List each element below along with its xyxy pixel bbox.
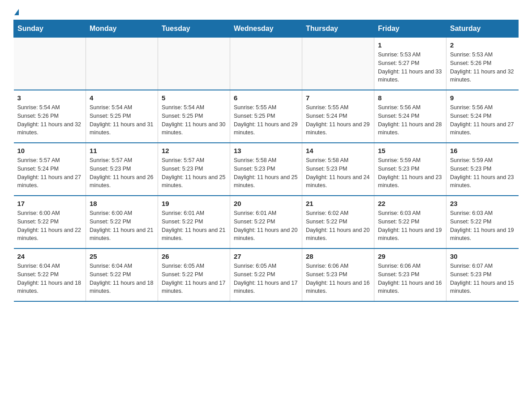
- day-info: Sunrise: 6:04 AM Sunset: 5:22 PM Dayligh…: [17, 262, 82, 295]
- day-info: Sunrise: 5:58 AM Sunset: 5:23 PM Dayligh…: [234, 156, 298, 190]
- day-number: 6: [234, 94, 298, 102]
- day-info: Sunrise: 6:00 AM Sunset: 5:22 PM Dayligh…: [90, 209, 154, 243]
- calendar-cell: 24Sunrise: 6:04 AM Sunset: 5:22 PM Dayli…: [14, 248, 86, 301]
- day-info: Sunrise: 6:03 AM Sunset: 5:22 PM Dayligh…: [450, 209, 515, 243]
- day-number: 28: [306, 253, 370, 260]
- day-info: Sunrise: 5:54 AM Sunset: 5:26 PM Dayligh…: [17, 103, 82, 137]
- calendar-cell: [302, 38, 374, 90]
- calendar-cell: 18Sunrise: 6:00 AM Sunset: 5:22 PM Dayli…: [86, 196, 158, 248]
- day-number: 20: [234, 200, 298, 207]
- day-info: Sunrise: 6:03 AM Sunset: 5:22 PM Dayligh…: [378, 209, 442, 243]
- day-info: Sunrise: 5:57 AM Sunset: 5:24 PM Dayligh…: [17, 156, 82, 190]
- day-number: 27: [234, 253, 298, 260]
- day-info: Sunrise: 6:05 AM Sunset: 5:22 PM Dayligh…: [234, 262, 298, 295]
- day-number: 12: [162, 147, 226, 154]
- day-info: Sunrise: 5:56 AM Sunset: 5:24 PM Dayligh…: [450, 103, 515, 137]
- day-number: 24: [17, 253, 82, 260]
- day-number: 4: [90, 94, 154, 102]
- day-info: Sunrise: 5:54 AM Sunset: 5:25 PM Dayligh…: [162, 103, 226, 137]
- calendar-cell: 19Sunrise: 6:01 AM Sunset: 5:22 PM Dayli…: [158, 196, 230, 248]
- calendar-body: 1Sunrise: 5:53 AM Sunset: 5:27 PM Daylig…: [14, 38, 519, 302]
- day-number: 9: [450, 94, 515, 102]
- day-number: 23: [450, 200, 515, 207]
- day-number: 26: [162, 253, 226, 260]
- day-info: Sunrise: 5:55 AM Sunset: 5:25 PM Dayligh…: [234, 103, 298, 137]
- day-number: 21: [306, 200, 370, 207]
- calendar-cell: 22Sunrise: 6:03 AM Sunset: 5:22 PM Dayli…: [374, 196, 446, 248]
- day-info: Sunrise: 6:00 AM Sunset: 5:22 PM Dayligh…: [17, 209, 82, 243]
- calendar-cell: [158, 38, 230, 90]
- day-number: 18: [90, 200, 154, 207]
- day-number: 15: [378, 147, 442, 154]
- day-number: 19: [162, 200, 226, 207]
- calendar-cell: 30Sunrise: 6:07 AM Sunset: 5:23 PM Dayli…: [446, 248, 519, 301]
- calendar-cell: 9Sunrise: 5:56 AM Sunset: 5:24 PM Daylig…: [446, 90, 519, 143]
- day-info: Sunrise: 5:59 AM Sunset: 5:23 PM Dayligh…: [450, 156, 515, 190]
- day-info: Sunrise: 5:53 AM Sunset: 5:27 PM Dayligh…: [378, 51, 442, 84]
- calendar-week-row: 1Sunrise: 5:53 AM Sunset: 5:27 PM Daylig…: [14, 38, 519, 90]
- day-info: Sunrise: 5:56 AM Sunset: 5:24 PM Dayligh…: [378, 103, 442, 137]
- calendar-cell: 3Sunrise: 5:54 AM Sunset: 5:26 PM Daylig…: [14, 90, 86, 143]
- day-number: 10: [17, 147, 82, 154]
- calendar-cell: 21Sunrise: 6:02 AM Sunset: 5:22 PM Dayli…: [302, 196, 374, 248]
- weekday-header-friday: Friday: [374, 20, 446, 38]
- day-number: 22: [378, 200, 442, 207]
- calendar-cell: 8Sunrise: 5:56 AM Sunset: 5:24 PM Daylig…: [374, 90, 446, 143]
- calendar-cell: 16Sunrise: 5:59 AM Sunset: 5:23 PM Dayli…: [446, 143, 519, 196]
- calendar-cell: 14Sunrise: 5:58 AM Sunset: 5:23 PM Dayli…: [302, 143, 374, 196]
- day-info: Sunrise: 5:57 AM Sunset: 5:23 PM Dayligh…: [90, 156, 154, 190]
- logo-triangle-icon: [14, 9, 19, 15]
- calendar-cell: 15Sunrise: 5:59 AM Sunset: 5:23 PM Dayli…: [374, 143, 446, 196]
- day-number: 3: [17, 94, 82, 102]
- calendar-cell: 7Sunrise: 5:55 AM Sunset: 5:24 PM Daylig…: [302, 90, 374, 143]
- calendar-cell: 2Sunrise: 5:53 AM Sunset: 5:26 PM Daylig…: [446, 38, 519, 90]
- weekday-header-thursday: Thursday: [302, 20, 374, 38]
- calendar-cell: 11Sunrise: 5:57 AM Sunset: 5:23 PM Dayli…: [86, 143, 158, 196]
- day-number: 8: [378, 94, 442, 102]
- day-info: Sunrise: 5:59 AM Sunset: 5:23 PM Dayligh…: [378, 156, 442, 190]
- weekday-header-row: SundayMondayTuesdayWednesdayThursdayFrid…: [14, 20, 519, 38]
- calendar-cell: 12Sunrise: 5:57 AM Sunset: 5:23 PM Dayli…: [158, 143, 230, 196]
- day-number: 5: [162, 94, 226, 102]
- calendar-cell: 27Sunrise: 6:05 AM Sunset: 5:22 PM Dayli…: [230, 248, 302, 301]
- weekday-header-saturday: Saturday: [446, 20, 519, 38]
- day-info: Sunrise: 5:57 AM Sunset: 5:23 PM Dayligh…: [162, 156, 226, 190]
- day-info: Sunrise: 5:55 AM Sunset: 5:24 PM Dayligh…: [306, 103, 370, 137]
- page-header: [13, 9, 519, 15]
- day-number: 11: [90, 147, 154, 154]
- calendar-cell: 10Sunrise: 5:57 AM Sunset: 5:24 PM Dayli…: [14, 143, 86, 196]
- calendar-week-row: 24Sunrise: 6:04 AM Sunset: 5:22 PM Dayli…: [14, 248, 519, 301]
- weekday-header-wednesday: Wednesday: [230, 20, 302, 38]
- weekday-header-monday: Monday: [86, 20, 158, 38]
- calendar-cell: 26Sunrise: 6:05 AM Sunset: 5:22 PM Dayli…: [158, 248, 230, 301]
- day-info: Sunrise: 5:53 AM Sunset: 5:26 PM Dayligh…: [450, 51, 515, 84]
- calendar-week-row: 17Sunrise: 6:00 AM Sunset: 5:22 PM Dayli…: [14, 196, 519, 248]
- calendar-cell: 28Sunrise: 6:06 AM Sunset: 5:23 PM Dayli…: [302, 248, 374, 301]
- day-number: 16: [450, 147, 515, 154]
- day-info: Sunrise: 6:06 AM Sunset: 5:23 PM Dayligh…: [306, 262, 370, 295]
- day-number: 14: [306, 147, 370, 154]
- day-info: Sunrise: 5:58 AM Sunset: 5:23 PM Dayligh…: [306, 156, 370, 190]
- day-info: Sunrise: 6:05 AM Sunset: 5:22 PM Dayligh…: [162, 262, 226, 295]
- day-info: Sunrise: 6:07 AM Sunset: 5:23 PM Dayligh…: [450, 262, 515, 295]
- day-number: 29: [378, 253, 442, 260]
- calendar-cell: 23Sunrise: 6:03 AM Sunset: 5:22 PM Dayli…: [446, 196, 519, 248]
- day-info: Sunrise: 6:06 AM Sunset: 5:23 PM Dayligh…: [378, 262, 442, 295]
- day-info: Sunrise: 6:04 AM Sunset: 5:22 PM Dayligh…: [90, 262, 154, 295]
- day-number: 2: [450, 41, 515, 49]
- calendar-cell: 20Sunrise: 6:01 AM Sunset: 5:22 PM Dayli…: [230, 196, 302, 248]
- calendar-week-row: 3Sunrise: 5:54 AM Sunset: 5:26 PM Daylig…: [14, 90, 519, 143]
- day-number: 17: [17, 200, 82, 207]
- calendar-cell: 5Sunrise: 5:54 AM Sunset: 5:25 PM Daylig…: [158, 90, 230, 143]
- weekday-header-tuesday: Tuesday: [158, 20, 230, 38]
- day-number: 13: [234, 147, 298, 154]
- calendar-cell: [86, 38, 158, 90]
- day-info: Sunrise: 6:01 AM Sunset: 5:22 PM Dayligh…: [162, 209, 226, 243]
- calendar-cell: 6Sunrise: 5:55 AM Sunset: 5:25 PM Daylig…: [230, 90, 302, 143]
- day-number: 1: [378, 41, 442, 49]
- calendar-cell: [230, 38, 302, 90]
- calendar-header: SundayMondayTuesdayWednesdayThursdayFrid…: [14, 20, 519, 38]
- calendar-cell: [14, 38, 86, 90]
- calendar-cell: 25Sunrise: 6:04 AM Sunset: 5:22 PM Dayli…: [86, 248, 158, 301]
- calendar-cell: 29Sunrise: 6:06 AM Sunset: 5:23 PM Dayli…: [374, 248, 446, 301]
